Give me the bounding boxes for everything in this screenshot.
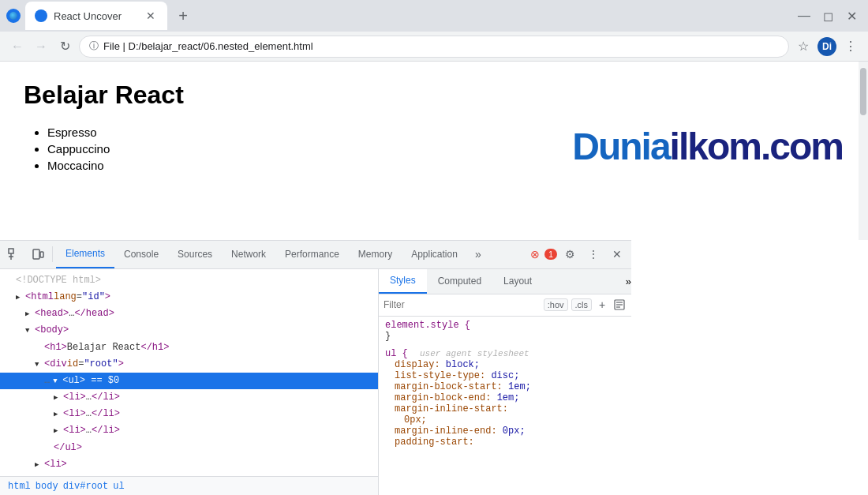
url-text: File | D:/belajar_react/06.nested_elemen…: [103, 40, 779, 52]
toggle-head[interactable]: [25, 306, 35, 321]
styles-tabs: Styles Computed Layout »: [379, 269, 631, 294]
devtools-tabs: Elements Console Sources Network Perform…: [56, 241, 529, 268]
url-bar[interactable]: ⓘ File | D:/belajar_react/06.nested_elem…: [79, 36, 789, 58]
tab-console[interactable]: Console: [114, 240, 168, 268]
more-tabs-button[interactable]: »: [467, 243, 489, 265]
cls-button[interactable]: .cls: [571, 298, 593, 311]
styles-panel: Styles Computed Layout » :hov .cls: [379, 269, 631, 495]
dom-line-doctype: <!DOCTYPE html>: [0, 272, 378, 289]
devtools-panel: Elements Console Sources Network Perform…: [0, 240, 631, 495]
tab-favicon: [35, 9, 47, 22]
page-scrollbar[interactable]: [859, 62, 868, 240]
toggle-body[interactable]: [25, 323, 35, 338]
ul-selector: ul {: [385, 348, 408, 359]
error-icon: ⊗: [530, 248, 540, 261]
element-style-selector: element.style {: [385, 320, 470, 331]
dom-line-body[interactable]: <body>: [0, 322, 378, 339]
dom-line-li-extra[interactable]: <li>: [0, 456, 378, 473]
tab-title: React Uncover: [54, 10, 122, 22]
devtools-menu-button[interactable]: ⋮: [582, 243, 604, 265]
styles-expand[interactable]: »: [626, 269, 631, 294]
device-toolbar-button[interactable]: [27, 243, 49, 265]
bookmark-button[interactable]: ☆: [794, 37, 813, 56]
element-style-close: }: [385, 331, 391, 342]
scrollbar-thumb[interactable]: [860, 68, 866, 115]
tab-network[interactable]: Network: [222, 240, 275, 268]
minimize-button[interactable]: —: [794, 6, 814, 26]
close-button[interactable]: ✕: [841, 6, 862, 26]
dom-line-div[interactable]: <div id="root">: [0, 356, 378, 373]
toggle-li1[interactable]: [54, 390, 63, 405]
toggle-li-extra[interactable]: [35, 457, 44, 472]
toggle-li2[interactable]: [54, 407, 63, 422]
dom-line-ul[interactable]: … <ul> == $0: [0, 373, 378, 389]
styles-tab-computed[interactable]: Computed: [427, 269, 492, 294]
menu-button[interactable]: ⋮: [841, 37, 860, 56]
browser-frame: React Uncover ✕ + — ◻ ✕ ← → ↻ ⓘ File | D…: [0, 0, 868, 495]
devtools-toolbar: Elements Console Sources Network Perform…: [0, 241, 631, 269]
lock-icon: ⓘ: [89, 39, 99, 53]
svg-rect-4: [40, 252, 43, 257]
wrap-button[interactable]: [612, 298, 627, 312]
dom-panel: <!DOCTYPE html> <html lang="id"> <head>……: [0, 269, 379, 495]
user-agent-comment: user agent stylesheet: [420, 349, 529, 358]
element-style-rule: element.style { }: [385, 320, 625, 342]
devtools-controls: ⊗ 1 ⚙ ⋮ ✕: [530, 243, 628, 265]
tab-memory[interactable]: Memory: [349, 240, 402, 268]
dom-line-li2[interactable]: <li>…</li>: [0, 406, 378, 422]
page-viewport: Belajar React Espresso Cappuccino Moccac…: [0, 62, 859, 240]
back-button[interactable]: ←: [8, 37, 27, 56]
error-indicator: ⊗ 1: [530, 248, 557, 261]
settings-button[interactable]: ⚙: [559, 243, 581, 265]
tab-performance[interactable]: Performance: [275, 240, 349, 268]
styles-tab-layout[interactable]: Layout: [492, 269, 543, 294]
toolbar-divider: [52, 246, 53, 262]
reload-button[interactable]: ↻: [55, 37, 74, 56]
styles-filter-bar: :hov .cls +: [379, 294, 631, 317]
error-count: 1: [544, 249, 557, 260]
toggle-ul[interactable]: [53, 373, 62, 388]
title-bar: React Uncover ✕ + — ◻ ✕: [0, 0, 868, 32]
styles-tab-styles[interactable]: Styles: [379, 269, 427, 294]
dom-line-li3[interactable]: <li>…</li>: [0, 422, 378, 439]
dom-breadcrumb: html body div#root ul: [0, 476, 378, 495]
dom-line-head[interactable]: <head>…</head>: [0, 306, 378, 322]
styles-filter-input[interactable]: [383, 299, 541, 310]
profile-button[interactable]: Di: [817, 37, 836, 56]
watermark-part1: Dunia: [572, 126, 669, 167]
window-controls: — ◻ ✕: [794, 6, 862, 26]
breadcrumb-ul[interactable]: ul: [111, 481, 125, 492]
dom-line-html[interactable]: <html lang="id">: [0, 289, 378, 306]
add-style-button[interactable]: +: [595, 298, 609, 312]
breadcrumb-html[interactable]: html: [6, 481, 32, 492]
new-tab-button[interactable]: +: [172, 5, 194, 27]
breadcrumb-div[interactable]: div#root: [62, 481, 110, 492]
dom-content: <!DOCTYPE html> <html lang="id"> <head>……: [0, 269, 378, 476]
close-devtools-button[interactable]: ✕: [606, 243, 628, 265]
breadcrumb-body[interactable]: body: [34, 481, 60, 492]
tab-application[interactable]: Application: [402, 240, 467, 268]
watermark: Duniailkom.com: [572, 125, 843, 168]
tab-elements[interactable]: Elements: [56, 240, 114, 268]
browser-tab[interactable]: React Uncover ✕: [25, 2, 167, 30]
dom-line-h1[interactable]: <h1>Belajar React</h1>: [0, 339, 378, 356]
svg-rect-0: [9, 249, 13, 253]
toggle-li3[interactable]: [54, 423, 63, 438]
dom-line-li1[interactable]: <li>…</li>: [0, 389, 378, 406]
forward-button[interactable]: →: [32, 37, 51, 56]
dom-line-ul-close[interactable]: </ul>: [0, 440, 378, 456]
toggle-html[interactable]: [16, 290, 25, 305]
browser-icon: [6, 9, 21, 23]
inspect-element-button[interactable]: [3, 243, 25, 265]
styles-content: element.style { } ul { user agent styles…: [379, 317, 631, 495]
watermark-part2: ilkom.com: [670, 126, 843, 167]
address-bar: ← → ↻ ⓘ File | D:/belajar_react/06.neste…: [0, 32, 868, 62]
toggle-div[interactable]: [35, 357, 44, 372]
ul-rule: ul { user agent stylesheet display: bloc…: [385, 348, 625, 448]
tab-sources[interactable]: Sources: [168, 240, 222, 268]
tab-close-button[interactable]: ✕: [144, 9, 158, 23]
page-area: Belajar React Espresso Cappuccino Moccac…: [0, 62, 868, 240]
hov-button[interactable]: :hov: [544, 298, 568, 311]
maximize-button[interactable]: ◻: [817, 6, 838, 26]
page-title: Belajar React: [24, 81, 835, 110]
